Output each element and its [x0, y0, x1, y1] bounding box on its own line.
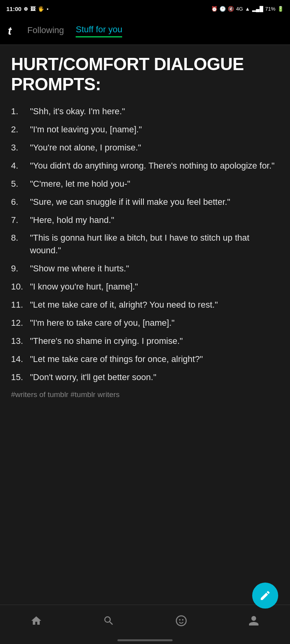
battery-icon: 🔋: [277, 6, 284, 12]
mute-icon: 🔇: [228, 6, 234, 12]
svg-point-0: [177, 616, 186, 625]
activity-icon: [175, 615, 187, 627]
list-item: 9."Show me where it hurts.": [11, 262, 279, 275]
prompt-number: 13.: [11, 335, 25, 347]
wifi-bars-icon: ▂▄█: [252, 6, 263, 12]
prompt-text: "Show me where it hurts.": [30, 262, 129, 275]
list-item: 15."Don't worry, it'll get better soon.": [11, 371, 279, 384]
following-tab[interactable]: Following: [27, 25, 64, 37]
prompt-number: 10.: [11, 280, 25, 293]
prompt-number: 2.: [11, 123, 25, 136]
list-item: 8."This is gonna hurt like a bitch, but …: [11, 232, 279, 257]
prompt-number: 15.: [11, 371, 25, 384]
prompt-number: 3.: [11, 141, 25, 154]
prompt-text: "There's no shame in crying. I promise.": [30, 335, 183, 347]
gallery-icon: 🖼: [30, 6, 35, 12]
home-indicator: [117, 639, 173, 641]
activity-nav-item[interactable]: [169, 609, 193, 633]
battery-level: 71%: [265, 6, 275, 12]
bottom-nav: [0, 605, 290, 636]
prompt-number: 14.: [11, 353, 25, 366]
list-item: 4."You didn't do anything wrong. There's…: [11, 160, 279, 172]
prompt-text: "I know you're hurt, [name].": [30, 280, 138, 293]
list-item: 7."Here, hold my hand.": [11, 214, 279, 226]
post-tags[interactable]: #writers of tumblr #tumblr writers: [11, 390, 279, 403]
post-title: HURT/COMFORT DIALOGUE PROMPTS:: [11, 54, 279, 94]
prompt-number: 5.: [11, 178, 25, 190]
search-icon: [103, 615, 115, 627]
home-bar: [0, 636, 290, 644]
dot-indicator: •: [46, 6, 48, 12]
list-item: 6."Sure, we can snuggle if it will make …: [11, 196, 279, 208]
tumblr-logo[interactable]: t: [8, 25, 11, 37]
prompt-number: 4.: [11, 160, 25, 172]
list-item: 11."Let me take care of it, alright? You…: [11, 299, 279, 311]
prompt-text: "Let me take care of things for once, al…: [30, 353, 203, 366]
prompt-number: 11.: [11, 299, 25, 311]
list-item: 10."I know you're hurt, [name].": [11, 280, 279, 293]
prompt-text: "I'm not leaving you, [name].": [30, 123, 142, 136]
home-nav-item[interactable]: [24, 609, 48, 633]
profile-nav-item[interactable]: [242, 609, 266, 633]
prompt-list: 1."Shh, it's okay. I'm here."2."I'm not …: [11, 105, 279, 383]
prompt-number: 1.: [11, 105, 25, 118]
edit-icon: [259, 590, 271, 601]
list-item: 3."You're not alone, I promise.": [11, 141, 279, 154]
list-item: 12."I'm here to take care of you, [name]…: [11, 317, 279, 329]
compose-fab[interactable]: [252, 583, 278, 609]
list-item: 2."I'm not leaving you, [name].": [11, 123, 279, 136]
status-bar: 11:00 ⊕ 🖼 🖐 • ⏰ 🕐 🔇 4G ▲ ▂▄█ 71% 🔋: [0, 0, 290, 17]
list-item: 1."Shh, it's okay. I'm here.": [11, 105, 279, 118]
prompt-text: "Here, hold my hand.": [30, 214, 114, 226]
list-item: 5."C'mere, let me hold you-": [11, 178, 279, 190]
svg-point-1: [179, 619, 180, 620]
prompt-number: 9.: [11, 262, 25, 275]
list-item: 13."There's no shame in crying. I promis…: [11, 335, 279, 347]
stuff-for-you-tab[interactable]: Stuff for you: [76, 24, 122, 37]
do-not-disturb-icon: ⊕: [24, 6, 28, 12]
prompt-number: 12.: [11, 317, 25, 329]
svg-point-2: [182, 619, 184, 620]
prompt-text: "Let me take care of it, alright? You ne…: [30, 299, 218, 311]
clock-icon: 🕐: [219, 6, 226, 12]
signal-icon: ▲: [245, 6, 250, 12]
profile-icon: [248, 615, 260, 627]
home-icon: [30, 615, 42, 627]
status-left: 11:00 ⊕ 🖼 🖐 •: [6, 6, 48, 12]
prompt-text: "This is gonna hurt like a bitch, but I …: [30, 232, 279, 257]
prompt-text: "You're not alone, I promise.": [30, 141, 141, 154]
prompt-text: "You didn't do anything wrong. There's n…: [30, 160, 275, 172]
post-content: HURT/COMFORT DIALOGUE PROMPTS: 1."Shh, i…: [0, 45, 290, 605]
data-icon: 4G: [236, 6, 243, 12]
nav-bar: t Following Stuff for you: [0, 17, 290, 45]
prompt-text: "I'm here to take care of you, [name].": [30, 317, 175, 329]
alarm-icon: ⏰: [211, 6, 217, 12]
status-right: ⏰ 🕐 🔇 4G ▲ ▂▄█ 71% 🔋: [211, 6, 284, 12]
prompt-number: 7.: [11, 214, 25, 226]
prompt-text: "Sure, we can snuggle if it will make yo…: [30, 196, 230, 208]
status-time: 11:00: [6, 6, 21, 12]
gesture-icon: 🖐: [38, 6, 44, 12]
prompt-number: 8.: [11, 232, 25, 257]
list-item: 14."Let me take care of things for once,…: [11, 353, 279, 366]
prompt-text: "C'mere, let me hold you-": [30, 178, 130, 190]
search-nav-item[interactable]: [97, 609, 121, 633]
prompt-text: "Don't worry, it'll get better soon.": [30, 371, 156, 384]
prompt-text: "Shh, it's okay. I'm here.": [30, 105, 125, 118]
prompt-number: 6.: [11, 196, 25, 208]
